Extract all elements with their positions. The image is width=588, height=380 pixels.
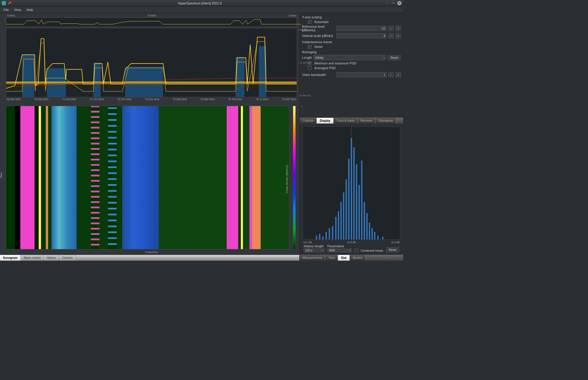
svg-rect-5 [329,228,330,239]
tab-measurements[interactable]: Measurements [300,255,325,261]
svg-rect-9 [340,202,342,239]
menu-view[interactable]: View [12,7,24,12]
tab-sonogram[interactable]: Sonogram [0,255,21,261]
history-length-label: History length [304,244,324,248]
psd-yticks: 4 dBm/Hz -12 dBm/Hz -28 dBm/Hz [298,28,311,97]
minmax-label: Minimum and maximum PSD [314,61,356,65]
window-title: HyperSpectrum [client] 2021.0 [14,1,386,5]
menu-help[interactable]: Help [24,7,35,12]
overview-center-label: 73 MHz [147,14,156,17]
overview-left-label: -5 MHz [6,14,15,17]
maximize-button[interactable]: ヘ [391,1,396,5]
svg-rect-4 [326,232,327,239]
tab-history[interactable]: History [44,255,59,261]
svg-rect-14 [353,147,355,239]
avg-reset-button[interactable]: Reset [388,55,401,60]
tab-carriers[interactable]: Carriers [59,255,76,261]
overview-right-label: 5 MHz [289,14,296,17]
automatic-label: Automatic [314,20,329,24]
avg-header: Averaging [300,49,403,54]
menubar: File View Help [0,7,403,13]
svg-rect-11 [346,179,347,239]
noise-label: Noise [314,45,323,48]
psd-plot[interactable]: 4 dBm/Hz -12 dBm/Hz -28 dBm/Hz [6,28,297,97]
params-label: Parameters [327,244,352,248]
display-controls-panel: Y-axis scaling Automatic Reference level… [300,13,403,118]
ref-level-minus[interactable]: − [388,26,394,31]
video-bw-minus[interactable]: − [388,72,394,77]
sonogram-panel: Time [0,105,299,255]
svg-rect-15 [356,164,357,239]
tab-stat[interactable]: Stat [338,255,350,261]
ref-level-plus[interactable]: + [396,26,401,31]
tab-monitor[interactable]: Monitor [350,255,366,261]
sonogram-plot[interactable] [6,106,289,249]
video-bw-input[interactable] [337,72,387,77]
tab-time[interactable]: Time [325,255,338,261]
pin-icon[interactable]: 📌 [8,1,11,5]
histogram-plot[interactable]: 16.83 12.62 8.41 4.21 0.00 [303,126,400,240]
menu-file[interactable]: File [1,7,11,12]
tab-controls[interactable]: Controls [300,118,317,124]
overview-strip[interactable] [6,17,297,27]
svg-rect-16 [359,185,360,239]
colorbar-label: Power density (dBm/Hz) [285,165,288,193]
svg-rect-20 [369,223,370,239]
length-combo[interactable]: Infinity [314,55,386,60]
automatic-checkbox[interactable] [308,20,311,24]
params-combo[interactable]: SNR [327,249,352,252]
vert-scale-minus[interactable]: − [388,33,394,38]
tab-track-mask[interactable]: Track & mask [334,118,358,124]
svg-rect-23 [377,236,378,239]
svg-rect-21 [371,228,373,239]
titlebar: 📌 HyperSpectrum [client] 2021.0 〉 ヘ ✕ [0,0,403,7]
sonogram-ylabel: Time [0,172,3,178]
tab-display[interactable]: Display [317,118,334,124]
svg-rect-6 [332,226,333,239]
svg-rect-18 [364,202,365,239]
minimize-button[interactable]: 〉 [386,1,390,5]
svg-rect-10 [343,192,344,239]
svg-rect-22 [374,232,375,239]
video-bw-plus[interactable]: + [396,72,401,77]
ref-level-input[interactable] [337,26,387,31]
svg-rect-7 [335,217,337,239]
histogram-reset-button[interactable]: Reset [386,247,399,252]
svg-rect-8 [338,211,339,239]
colorbar: 0 -37 Power density (dBm/Hz) [293,106,297,249]
svg-rect-24 [382,237,383,239]
centered-mean-label: Centered mean [361,249,383,252]
tab-mask-control[interactable]: Mask control [21,255,44,261]
svg-rect-1 [316,236,317,239]
svg-rect-12 [348,159,349,239]
centered-mean-checkbox[interactable] [355,249,358,252]
tab-operations[interactable]: Operations [375,118,396,124]
inst-header: Instantaneous traces [300,39,403,44]
svg-rect-13 [351,138,352,239]
overview-labels: -5 MHz 73 MHz 5 MHz [6,14,297,17]
app-icon [2,1,6,5]
svg-rect-17 [361,160,362,239]
close-button[interactable]: ✕ [397,1,401,5]
left-tab-bar: Sonogram Mask control History Carriers [0,255,299,261]
avgpsd-label: Averaged PSD [314,66,336,70]
svg-rect-2 [319,234,320,239]
svg-rect-3 [322,236,324,239]
sonogram-xlabel: Frequency [6,251,297,254]
histogram-xticks: 14.7 dB 14.9 dB 15.2 dB [301,241,401,244]
psd-panel: -5 MHz 73 MHz 5 MHz PSD 4 dBm/Hz -12 dBm… [0,13,299,105]
vert-scale-input[interactable] [337,33,387,38]
history-length-combo[interactable]: 120 s [304,249,324,252]
right-lower-tab-bar: Measurements Time Stat Monitor [300,255,403,261]
tab-receiver[interactable]: Receiver [358,118,375,124]
svg-rect-19 [366,213,368,239]
right-upper-tab-bar: Controls Display Track & mask Receiver O… [300,118,403,124]
psd-xticks: 69.565 MHz 70.292 MHz 71.019 MHz 71.747 … [6,98,297,101]
vert-scale-plus[interactable]: + [396,33,401,38]
histogram-panel: 16.83 12.62 8.41 4.21 0.00 [300,124,403,255]
yaxis-header: Y-axis scaling [300,14,403,20]
